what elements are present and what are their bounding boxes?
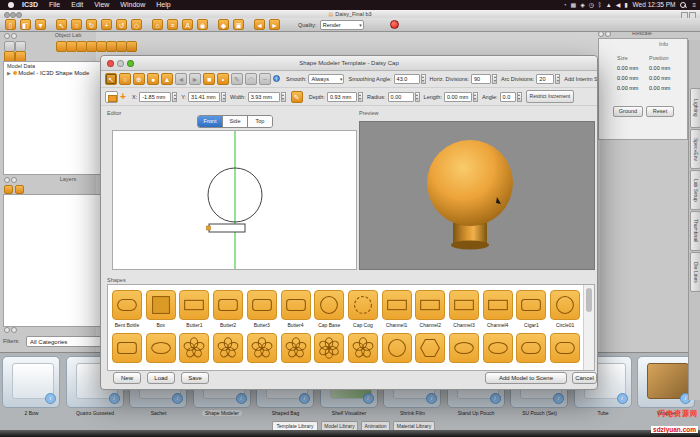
tool-icon[interactable] xyxy=(4,185,13,194)
vertical-tab-lighting[interactable]: Lighting xyxy=(690,88,700,128)
info-badge-icon[interactable]: i xyxy=(426,393,437,404)
info-icon[interactable]: i xyxy=(273,75,280,82)
clock-icon[interactable]: ◷ xyxy=(589,2,594,8)
orbit-icon[interactable]: ↻ xyxy=(86,19,97,30)
zoom-icon[interactable]: ○ xyxy=(119,73,131,85)
shape-thumb-row2[interactable] xyxy=(314,333,344,363)
rotate-icon[interactable]: ↺ xyxy=(116,19,127,30)
shape-thumb-channel2[interactable] xyxy=(415,290,445,320)
scale-icon[interactable]: ◇ xyxy=(131,19,142,30)
dialog-title-bar[interactable]: Shape Modeler Template - Daisy Cap xyxy=(101,56,597,71)
save-button[interactable]: Save xyxy=(181,372,209,384)
disclosure-triangle-icon[interactable]: ▶ xyxy=(7,70,11,76)
info-badge-icon[interactable]: i xyxy=(363,393,374,404)
align-icon[interactable]: ≡ xyxy=(167,19,178,30)
shape-thumb-butter2[interactable] xyxy=(213,290,243,320)
tool-icon[interactable] xyxy=(126,41,137,52)
shape-thumb-row2[interactable] xyxy=(550,333,580,363)
menu-item-ic3d[interactable]: IC3D xyxy=(22,1,38,8)
horiz-divisions-stepper[interactable] xyxy=(492,74,497,84)
info-badge-icon[interactable]: i xyxy=(109,393,120,404)
x-field[interactable]: -1.85 mm xyxy=(139,92,171,102)
zoom-plus-icon[interactable]: ⊕ xyxy=(133,73,145,85)
open-folder-icon[interactable]: ◧ xyxy=(20,19,31,30)
control-center-icon[interactable]: ≡ xyxy=(692,0,696,10)
filled-square-icon[interactable]: ■ xyxy=(203,73,215,85)
redo-icon[interactable]: ► xyxy=(269,19,280,30)
battery-icon[interactable]: ▮ xyxy=(624,2,627,8)
info-badge-icon[interactable]: i xyxy=(553,393,564,404)
library-thumb-wrapper[interactable]: i xyxy=(637,356,695,408)
shape-thumb-bent-bottle[interactable] xyxy=(112,290,142,320)
arc-divisions-field[interactable]: 20 xyxy=(536,74,554,84)
next-icon[interactable]: ► xyxy=(189,73,201,85)
text-icon[interactable]: A xyxy=(182,19,193,30)
new-document-icon[interactable]: ▯ xyxy=(5,19,16,30)
polygon-icon[interactable]: ⌂ xyxy=(152,19,163,30)
shape-thumb-row2[interactable] xyxy=(146,333,176,363)
smoothing-angle-stepper[interactable] xyxy=(421,74,426,84)
curve-icon[interactable]: ~ xyxy=(259,73,271,85)
y-stepper[interactable] xyxy=(221,92,226,102)
horiz-divisions-field[interactable]: 90 xyxy=(471,74,491,84)
restrict-increment-button[interactable]: Restrict Increment xyxy=(526,90,575,103)
shape-thumb-butter3[interactable] xyxy=(247,290,277,320)
view-tab-side[interactable]: Side xyxy=(223,116,248,127)
reset-button[interactable]: Reset xyxy=(646,106,674,117)
shape-thumb-channel4[interactable] xyxy=(483,290,513,320)
smoothing-angle-field[interactable]: 43.0 xyxy=(394,74,420,84)
info-badge-icon[interactable]: i xyxy=(299,393,310,404)
hand-icon[interactable]: ◉ xyxy=(197,19,208,30)
smooth-dropdown[interactable]: Always▾ xyxy=(308,74,344,84)
spotlight-search-icon[interactable] xyxy=(680,2,687,9)
info-badge-icon[interactable]: i xyxy=(45,393,56,404)
new-button[interactable]: New xyxy=(113,372,141,384)
shape-thumb-row2[interactable] xyxy=(449,333,479,363)
library-tab-model-library[interactable]: Model Library xyxy=(321,421,358,430)
shape-thumb-row2[interactable] xyxy=(483,333,513,363)
shape-thumb-row2[interactable] xyxy=(281,333,311,363)
display-icon[interactable]: ◔ xyxy=(563,2,567,8)
editor-canvas[interactable] xyxy=(112,130,357,270)
save-icon[interactable]: ▼ xyxy=(35,19,46,30)
vertical-tab-spec-env[interactable]: Spec+Env xyxy=(690,129,700,169)
menu-item-file[interactable]: File xyxy=(49,1,60,8)
load-button[interactable]: Load xyxy=(147,372,175,384)
shape-thumb-row2[interactable] xyxy=(112,333,142,363)
ground-button[interactable]: Ground xyxy=(613,106,643,117)
point-icon[interactable]: • xyxy=(217,73,229,85)
bluetooth-icon[interactable]: ᛒ xyxy=(598,2,602,8)
width-field[interactable]: 3.93 mm xyxy=(248,92,280,102)
filters-menu-button[interactable] xyxy=(11,327,17,333)
menu-item-edit[interactable]: Edit xyxy=(71,1,83,8)
shape-thumb-row2[interactable] xyxy=(247,333,277,363)
info-badge-icon[interactable]: i xyxy=(236,393,247,404)
color-swatch-icon[interactable]: ◈ xyxy=(580,2,585,8)
preview-viewport[interactable] xyxy=(359,121,595,270)
shape-thumb-butter1[interactable] xyxy=(179,290,209,320)
shape-swatch-button[interactable] xyxy=(105,91,118,103)
length-field[interactable]: 0.00 mm xyxy=(444,92,472,102)
shape-thumb-row2[interactable] xyxy=(516,333,546,363)
select-arrow-icon[interactable]: ↖ xyxy=(105,73,117,85)
shape-thumb-channel3[interactable] xyxy=(449,290,479,320)
arc-icon[interactable]: ◠ xyxy=(245,73,257,85)
record-button[interactable] xyxy=(390,20,399,29)
depth-stepper[interactable] xyxy=(358,92,363,102)
menu-item-window[interactable]: Window xyxy=(120,1,145,8)
model-tree-item[interactable]: ▶ Model - IC3D Shape Mode xyxy=(7,70,89,76)
radius-field[interactable]: 0.00 xyxy=(388,92,414,102)
shape-thumb-butter4[interactable] xyxy=(281,290,311,320)
arc-divisions-stepper[interactable] xyxy=(555,74,560,84)
angle-field[interactable]: 0.0 xyxy=(500,92,516,102)
menu-bar-clock[interactable]: Wed 12:35 PM xyxy=(633,0,676,10)
vertical-tab-lab-setup[interactable]: Lab Setup xyxy=(690,170,700,210)
menu-item-view[interactable]: View xyxy=(94,1,109,8)
zoom-icon[interactable]: ○ xyxy=(71,19,82,30)
material-icon[interactable]: ◆ xyxy=(218,19,229,30)
depth-field[interactable]: 0.93 mm xyxy=(327,92,357,102)
info-tab[interactable]: Info xyxy=(659,41,668,47)
shape-thumb-box[interactable] xyxy=(146,290,176,320)
shape-thumb-row2[interactable] xyxy=(415,333,445,363)
shape-thumb-row2[interactable] xyxy=(213,333,243,363)
